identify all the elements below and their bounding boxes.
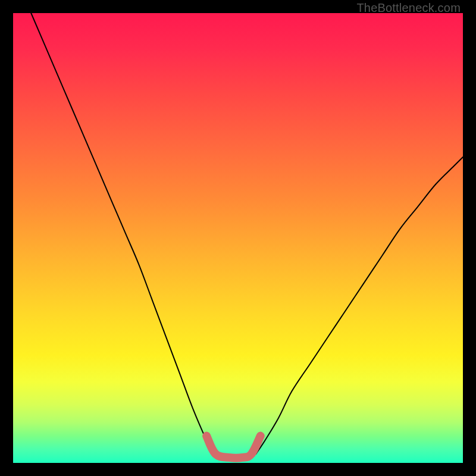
chart-frame: TheBottleneck.com	[0, 0, 476, 476]
right-curve	[256, 157, 463, 454]
left-curve	[31, 13, 213, 454]
bottom-marker	[206, 436, 261, 458]
curve-overlay	[13, 13, 463, 463]
plot-area	[13, 13, 463, 463]
